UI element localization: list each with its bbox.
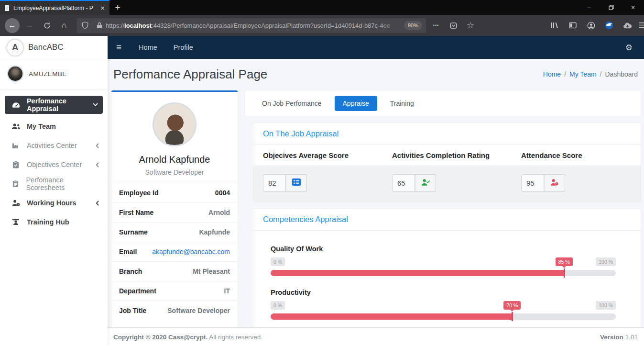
browser-toolbar: ← → ⌂ https://localhost:44328/Perfomance… — [0, 15, 644, 36]
col-activities-completion-rating: Activities Completion Rating — [382, 145, 512, 166]
sidebar-toggle-icon[interactable]: ≡ — [116, 42, 121, 53]
minimize-button[interactable]: – — [578, 0, 600, 15]
sidebar-item-my-team[interactable]: My Team — [4, 117, 104, 136]
url-bar[interactable]: https://localhost:44328/PerfomanceApprai… — [77, 18, 426, 33]
max-badge: 100 % — [596, 257, 616, 266]
sidebar-nav: Perfomance Appraisal My Team Activities — [0, 89, 108, 238]
eagle-extension-icon[interactable] — [602, 18, 616, 33]
tab-training[interactable]: Training — [383, 96, 421, 111]
menu-icon[interactable]: ☰ — [638, 18, 644, 33]
clipboard-list-icon — [11, 180, 21, 188]
sidebar-item-perfomance-appraisal[interactable]: Perfomance Appraisal — [5, 96, 103, 114]
page-header: Perfomance Appraisal Page Home / My Team… — [108, 59, 644, 89]
sidebar-item-label: My Team — [27, 123, 56, 130]
library-icon[interactable] — [547, 18, 562, 33]
urlbar-divider — [93, 21, 93, 30]
version-text: Version1.01 — [600, 334, 638, 341]
competencies-heading: Competencies Appraisal — [253, 209, 641, 231]
sidebar-item-label: Perfomance Scoresheets — [26, 176, 99, 191]
slider-track[interactable] — [271, 270, 616, 276]
employee-photo — [153, 102, 196, 146]
browser-tab[interactable]: EmployeeAppraisalPlatform - P × — [0, 0, 109, 15]
brand[interactable]: A BancABC — [0, 36, 108, 59]
new-tab-button[interactable]: + — [109, 0, 126, 15]
main-area: ≡ Home Profile ⚙ Perfomance Appraisal Pa… — [108, 36, 644, 346]
sidebar-item-objectives-center[interactable]: Objectives Center — [4, 155, 104, 174]
sidebar-item-activities-center[interactable]: Activities Center — [4, 136, 104, 155]
on-the-job-appraisal-card: On The Job Appraisal Objecives Average S… — [253, 123, 641, 202]
field-surname: Surname Kapfunde — [111, 222, 238, 242]
chalkboard-user-icon — [11, 219, 21, 225]
email-link[interactable]: akapfunde@bancabc.com — [152, 248, 230, 256]
slider-track[interactable] — [271, 313, 616, 320]
chevron-left-icon — [96, 201, 99, 206]
score-data-row: 82 65 — [253, 166, 641, 202]
forward-button[interactable]: → — [22, 18, 37, 33]
activities-user-check-button[interactable] — [415, 174, 436, 192]
tab-appraise[interactable]: Appraise — [335, 96, 377, 111]
close-window-button[interactable]: × — [622, 0, 644, 15]
attendance-score-input[interactable]: 95 — [521, 174, 544, 192]
app-footer: Copyright © 2020 Cass@crypt. All rights … — [108, 327, 644, 346]
page-actions-icon[interactable]: ••• — [429, 18, 443, 33]
nav-link-profile[interactable]: Profile — [174, 44, 193, 51]
sidebar-item-working-hours[interactable]: Working Hours — [4, 193, 104, 212]
lock-icon — [97, 22, 102, 29]
settings-gear-icon[interactable]: ⚙ — [625, 43, 633, 53]
breadcrumb-my-team[interactable]: My Team — [569, 70, 597, 78]
sidebar-item-training-hub[interactable]: Training Hub — [4, 212, 104, 232]
appraisal-tabs: On Job Perfomance Appraise Training — [245, 90, 641, 116]
score-header-row: Objecives Average Score Activities Compl… — [253, 145, 641, 166]
cloud-sync-icon[interactable] — [620, 18, 634, 33]
tachometer-icon — [11, 102, 21, 108]
brand-name: BancABC — [28, 43, 64, 52]
breadcrumb-home[interactable]: Home — [543, 70, 561, 78]
nav-link-home[interactable]: Home — [139, 44, 157, 51]
content: Arnold Kapfunde Software Developer Emplo… — [108, 89, 644, 327]
user-name: AMUZEMBE — [29, 70, 67, 78]
url-text[interactable]: https://localhost:44328/PerfomanceApprai… — [106, 22, 401, 29]
objectives-list-button[interactable] — [286, 174, 307, 192]
value-badge: 85 % — [556, 257, 573, 266]
users-icon — [11, 123, 21, 130]
toolbar-right-icons: ☰ — [547, 18, 639, 33]
attendance-user-clock-button[interactable] — [544, 174, 565, 192]
col-objectives-average-score: Objecives Average Score — [253, 145, 382, 166]
tab-on-job-perfomance[interactable]: On Job Perfomance — [255, 96, 328, 111]
bookmark-star-icon[interactable]: ☆ — [463, 18, 478, 33]
list-icon — [292, 178, 301, 188]
objectives-score-input[interactable]: 82 — [263, 174, 286, 192]
employee-profile-card: Arnold Kapfunde Software Developer Emplo… — [111, 90, 238, 327]
copyright-text: Copyright © 2020 Cass@crypt. All rights … — [113, 334, 262, 341]
activities-score-input[interactable]: 65 — [392, 174, 415, 192]
slider-handle[interactable] — [564, 268, 565, 278]
competencies-body: Quality Of Work 0 % 85 % 100 % — [253, 231, 641, 327]
value-badge: 70 % — [503, 301, 521, 310]
user-avatar — [7, 66, 23, 82]
employee-role: Software Developer — [111, 168, 238, 176]
activities-score-cell: 65 — [382, 170, 512, 196]
account-icon[interactable] — [584, 18, 598, 33]
zoom-level-badge[interactable]: 90% — [404, 21, 422, 30]
employee-name: Arnold Kapfunde — [111, 154, 238, 165]
home-button[interactable]: ⌂ — [57, 18, 71, 33]
sidebar-item-label: Training Hub — [27, 218, 69, 226]
tab-close-icon[interactable]: × — [99, 4, 106, 12]
user-clock-icon — [550, 179, 559, 188]
back-button[interactable]: ← — [5, 18, 20, 33]
attendance-score-cell: 95 — [512, 170, 641, 196]
restore-button[interactable] — [600, 0, 622, 15]
user-panel[interactable]: AMUZEMBE — [0, 59, 108, 89]
user-check-icon — [421, 179, 430, 188]
slider-handle[interactable] — [512, 312, 513, 321]
screen: EmployeeAppraisalPlatform - P × + – × ← … — [0, 0, 644, 346]
pocket-icon[interactable] — [446, 18, 460, 33]
max-badge: 100 % — [596, 301, 616, 310]
field-employee-id: Employee Id 0004 — [111, 183, 238, 202]
sidebars-icon[interactable] — [566, 18, 580, 33]
reload-button[interactable] — [40, 18, 54, 33]
tracking-shield-icon[interactable] — [81, 18, 89, 33]
field-branch: Branch Mt Pleasant — [111, 261, 238, 281]
sidebar-item-perfomance-scoresheets[interactable]: Perfomance Scoresheets — [4, 174, 104, 193]
chevron-left-icon — [96, 143, 99, 148]
